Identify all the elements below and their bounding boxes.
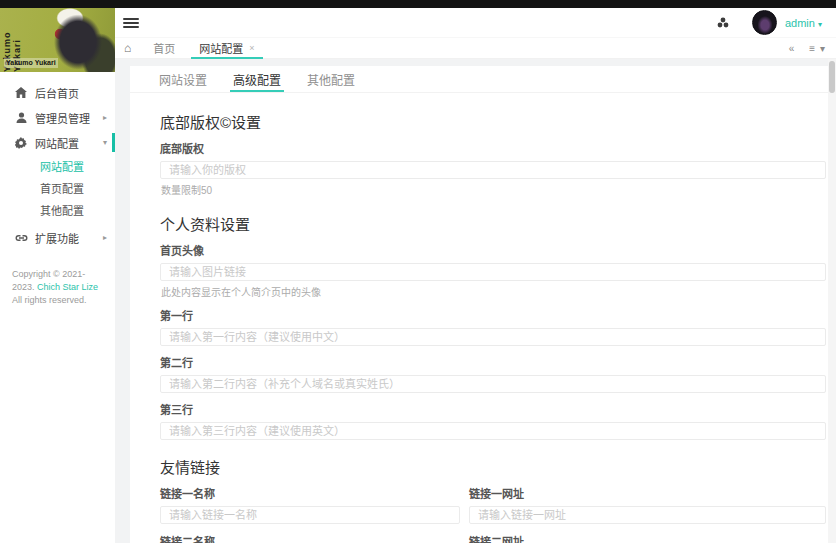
sidebar-item-dashboard[interactable]: 后台首页	[0, 80, 115, 105]
tab-label: 网站配置	[199, 40, 243, 56]
field-home-avatar: 首页头像 此处内容显示在个人简介页中的头像	[160, 242, 826, 299]
settings-form: 底部版权©设置 底部版权 数量限制50 个人资料设置 首页头像 此处内容显示在个…	[130, 93, 836, 543]
sidebar-subitem-home-config[interactable]: 首页配置	[0, 177, 115, 199]
sidebar-copyright: Copyright © 2021-2023. Chich Star Lize A…	[12, 268, 105, 307]
workspace: 网站设置 高级配置 其他配置 底部版权©设置 底部版权 数量限制50 个人资料设…	[115, 59, 836, 543]
sidebar: Yakumo Yukari Yakumo Yukari 后台首页 管理员管理 ▸…	[0, 8, 115, 543]
sidebar-menu: 后台首页 管理员管理 ▸ 网站配置 ▾ 网站配置 首页配置 其他配置	[0, 80, 115, 307]
line2-input[interactable]	[160, 375, 826, 393]
page-tab-bar: ⌂ 首页 网站配置 × « ≡ ▾	[115, 38, 836, 59]
sidebar-subitem-label: 其他配置	[40, 202, 84, 218]
field-line1: 第一行	[160, 307, 826, 346]
sidebar-subitem-label: 网站配置	[40, 158, 84, 174]
link1-name-input[interactable]	[160, 506, 460, 524]
field-link1-url: 链接一网址	[469, 485, 826, 524]
header-right-group: admin ▾	[716, 10, 822, 35]
logo-small-text: Yakumo Yukari	[4, 58, 58, 68]
tab-operations-dropdown[interactable]: ≡ ▾	[809, 43, 826, 54]
section-title-profile: 个人资料设置	[160, 213, 826, 234]
sidebar-logo-image: Yakumo Yukari Yakumo Yukari	[0, 8, 115, 72]
tab-site-config[interactable]: 网站配置 ×	[187, 38, 266, 59]
copyright-suffix: All rights reserved.	[12, 295, 87, 305]
card-tab-label: 网站设置	[159, 71, 207, 88]
field-helper-text: 数量限制50	[161, 182, 826, 197]
section-title-friend-links: 友情链接	[160, 456, 826, 477]
link-icon	[14, 232, 28, 244]
field-label: 链接二网址	[469, 533, 826, 543]
footer-copyright-input[interactable]	[160, 161, 826, 179]
card-tab-label: 高级配置	[233, 71, 281, 88]
home-avatar-input[interactable]	[160, 263, 826, 281]
sidebar-item-label: 管理员管理	[35, 110, 90, 126]
username-text: admin	[785, 17, 815, 29]
settings-card: 网站设置 高级配置 其他配置 底部版权©设置 底部版权 数量限制50 个人资料设…	[130, 66, 836, 543]
hamburger-menu-icon[interactable]	[123, 16, 139, 30]
sidebar-item-label: 扩展功能	[35, 230, 79, 246]
field-label: 链接二名称	[160, 533, 460, 543]
field-line2: 第二行	[160, 354, 826, 393]
settings-tabs: 网站设置 高级配置 其他配置	[130, 66, 836, 93]
line3-input[interactable]	[160, 422, 826, 440]
home-tab-icon[interactable]: ⌂	[124, 42, 131, 54]
section-title-footer-copyright: 底部版权©设置	[160, 111, 826, 132]
tab-advanced-config[interactable]: 高级配置	[220, 66, 294, 92]
user-avatar[interactable]	[752, 10, 777, 35]
home-icon	[14, 87, 28, 99]
field-label: 链接一网址	[469, 485, 826, 501]
field-label: 首页头像	[160, 242, 826, 258]
tab-home-page[interactable]: 首页	[141, 38, 187, 59]
field-line3: 第三行	[160, 401, 826, 440]
user-dropdown[interactable]: admin ▾	[785, 17, 822, 29]
user-icon	[14, 112, 28, 124]
sidebar-subitem-label: 首页配置	[40, 180, 84, 196]
chevron-right-icon: ▸	[103, 113, 107, 122]
scrollbar-thumb[interactable]	[829, 61, 835, 93]
window-top-strip	[0, 0, 836, 8]
chevron-down-icon: ▾	[818, 20, 822, 29]
theme-icon[interactable]	[716, 16, 730, 30]
field-label: 第一行	[160, 307, 826, 323]
field-link2-url: 链接二网址	[469, 533, 826, 543]
tab-other-config[interactable]: 其他配置	[294, 66, 368, 92]
chevron-down-icon: ▾	[103, 138, 107, 147]
link1-url-input[interactable]	[469, 506, 826, 524]
friend-links-grid: 链接一名称 链接一网址 链接二名称 链接二网址 链接三名称	[160, 485, 826, 543]
top-header: admin ▾	[115, 8, 836, 38]
field-link1-name: 链接一名称	[160, 485, 460, 524]
sidebar-subitem-other-config[interactable]: 其他配置	[0, 199, 115, 221]
field-helper-text: 此处内容显示在个人简介页中的头像	[161, 284, 826, 299]
line1-input[interactable]	[160, 328, 826, 346]
field-link2-name: 链接二名称	[160, 533, 460, 543]
card-tab-label: 其他配置	[307, 71, 355, 88]
copyright-brand-link[interactable]: Chich Star Lize	[37, 282, 98, 292]
field-label: 第二行	[160, 354, 826, 370]
field-label: 第三行	[160, 401, 826, 417]
sidebar-item-admin-management[interactable]: 管理员管理 ▸	[0, 105, 115, 130]
field-footer-copyright: 底部版权 数量限制50	[160, 140, 826, 197]
vertical-scrollbar[interactable]	[828, 59, 836, 543]
sidebar-item-label: 后台首页	[35, 85, 79, 101]
chevron-right-icon: ▸	[103, 233, 107, 242]
close-icon[interactable]: ×	[249, 43, 254, 53]
tab-label: 首页	[153, 40, 175, 56]
gear-icon	[14, 137, 28, 149]
sidebar-item-label: 网站配置	[35, 135, 79, 151]
field-label: 链接一名称	[160, 485, 460, 501]
field-label: 底部版权	[160, 140, 826, 156]
sidebar-item-site-config[interactable]: 网站配置 ▾	[0, 130, 115, 155]
sidebar-item-extensions[interactable]: 扩展功能 ▸	[0, 225, 115, 250]
sidebar-subitem-site-config[interactable]: 网站配置	[0, 155, 115, 177]
tabbar-controls: « ≡ ▾	[775, 43, 826, 54]
tab-website-settings[interactable]: 网站设置	[146, 66, 220, 92]
tab-scroll-left-icon[interactable]: «	[789, 43, 796, 54]
